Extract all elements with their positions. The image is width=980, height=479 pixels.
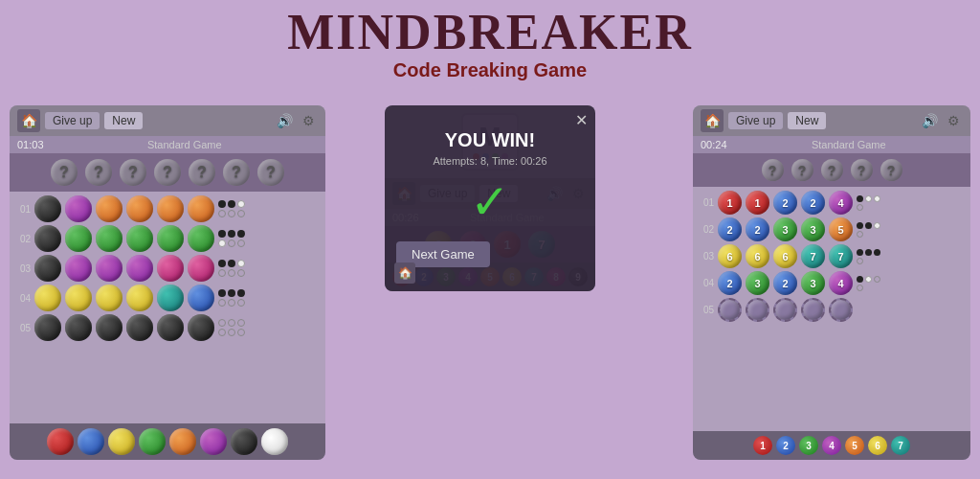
right-picker-2[interactable]: 2 — [776, 436, 795, 455]
ball[interactable]: 6 — [773, 244, 797, 268]
table-row: 01 1 1 2 2 4 — [699, 191, 965, 215]
ball[interactable] — [126, 225, 153, 252]
win-close-button[interactable]: ✕ — [575, 111, 588, 129]
right-secret-3: ? — [821, 159, 843, 181]
ball[interactable] — [126, 285, 153, 311]
ball[interactable]: 2 — [718, 217, 742, 241]
ball-empty[interactable] — [746, 298, 769, 322]
ball[interactable]: 4 — [829, 271, 853, 295]
left-new-button[interactable]: New — [104, 112, 143, 129]
secret-ball-4: ? — [154, 159, 181, 186]
right-sound-icon[interactable]: 🔊 — [920, 111, 939, 130]
ball[interactable] — [126, 195, 153, 222]
left-color-picker — [10, 423, 325, 460]
right-picker-3[interactable]: 3 — [799, 436, 818, 455]
ball[interactable]: 1 — [718, 191, 742, 215]
ball[interactable] — [157, 225, 184, 252]
picker-green[interactable] — [139, 428, 166, 455]
win-checkmark-icon: ✓ — [470, 178, 510, 226]
left-mode: Standard Game — [52, 139, 318, 150]
right-new-button[interactable]: New — [788, 112, 826, 129]
ball[interactable] — [157, 195, 184, 222]
ball-empty[interactable] — [829, 298, 853, 322]
ball[interactable] — [65, 314, 92, 341]
ball[interactable] — [188, 195, 214, 222]
ball[interactable]: 5 — [829, 217, 853, 241]
hint-dot — [228, 329, 235, 336]
picker-white[interactable] — [261, 428, 288, 455]
ball[interactable]: 7 — [829, 244, 853, 268]
right-home-button[interactable]: 🏠 — [701, 109, 724, 132]
ball[interactable]: 4 — [829, 191, 853, 215]
ball[interactable] — [65, 255, 92, 282]
left-giveup-button[interactable]: Give up — [45, 112, 100, 129]
left-home-button[interactable]: 🏠 — [17, 109, 40, 132]
left-game-area: 01 02 — [10, 192, 325, 345]
ball[interactable]: 2 — [718, 271, 742, 295]
left-settings-icon[interactable]: ⚙ — [299, 111, 318, 130]
ball[interactable] — [34, 285, 61, 311]
ball[interactable] — [188, 255, 214, 282]
ball-empty[interactable] — [718, 298, 742, 322]
ball[interactable] — [188, 285, 214, 311]
ball[interactable] — [157, 314, 184, 341]
picker-yellow[interactable] — [108, 428, 135, 455]
ball[interactable] — [34, 255, 61, 282]
right-giveup-button[interactable]: Give up — [728, 112, 783, 129]
ball[interactable]: 6 — [746, 244, 769, 268]
right-secret-1: ? — [762, 159, 784, 181]
ball[interactable]: 2 — [773, 191, 797, 215]
picker-black[interactable] — [231, 428, 257, 455]
ball[interactable] — [126, 255, 153, 282]
hint-dot — [228, 319, 235, 327]
ball[interactable] — [96, 314, 122, 341]
right-status: 00:24 Standard Game — [693, 136, 970, 153]
ball[interactable] — [188, 314, 214, 341]
picker-red[interactable] — [47, 428, 74, 455]
ball[interactable] — [65, 225, 92, 252]
ball[interactable] — [65, 195, 92, 222]
ball[interactable] — [96, 255, 122, 282]
picker-orange[interactable] — [169, 428, 196, 455]
ball[interactable] — [96, 195, 122, 222]
ball[interactable] — [34, 225, 61, 252]
ball[interactable]: 3 — [773, 217, 797, 241]
right-picker-5[interactable]: 5 — [845, 436, 864, 455]
hint-dot — [857, 222, 863, 229]
ball[interactable]: 6 — [718, 244, 742, 268]
ball-empty[interactable] — [773, 298, 797, 322]
ball[interactable] — [96, 285, 122, 311]
right-picker-6[interactable]: 6 — [868, 436, 887, 455]
hint-dot — [218, 299, 226, 307]
hint-dot — [237, 240, 245, 247]
ball[interactable]: 3 — [801, 271, 825, 295]
ball-empty[interactable] — [801, 298, 825, 322]
ball[interactable]: 7 — [801, 244, 825, 268]
right-picker-7[interactable]: 7 — [891, 436, 910, 455]
right-picker-4[interactable]: 4 — [822, 436, 841, 455]
right-picker-1[interactable]: 1 — [753, 436, 772, 455]
ball[interactable]: 2 — [801, 191, 825, 215]
ball[interactable] — [157, 255, 184, 282]
ball[interactable] — [34, 195, 61, 222]
ball[interactable]: 1 — [746, 191, 769, 215]
ball[interactable]: 3 — [746, 271, 769, 295]
ball[interactable] — [126, 314, 153, 341]
ball[interactable] — [188, 225, 214, 252]
ball[interactable] — [157, 285, 184, 311]
picker-purple[interactable] — [200, 428, 227, 455]
left-sound-icon[interactable]: 🔊 — [275, 111, 294, 130]
hint-dot — [237, 260, 245, 267]
hint-dot — [857, 231, 863, 238]
ball[interactable]: 2 — [746, 217, 769, 241]
right-settings-icon[interactable]: ⚙ — [944, 111, 963, 130]
ball[interactable] — [65, 285, 92, 311]
picker-blue[interactable] — [78, 428, 104, 455]
hint-dot — [857, 195, 863, 202]
hint-dot — [237, 230, 245, 238]
ball[interactable]: 2 — [773, 271, 797, 295]
win-home-button[interactable]: 🏠 — [394, 262, 415, 284]
ball[interactable]: 3 — [801, 217, 825, 241]
ball[interactable] — [96, 225, 122, 252]
ball[interactable] — [34, 314, 61, 341]
